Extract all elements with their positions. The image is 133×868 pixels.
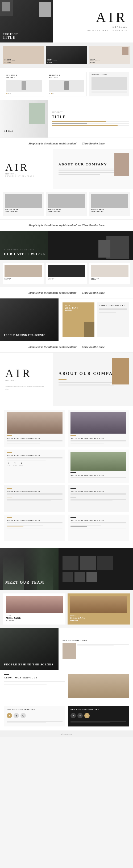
svc-icon-5: ◈ <box>77 713 83 718</box>
thumb-label-3: MEETMRS. JANEBOND <box>90 59 100 63</box>
project-right: PROJECT TITLE <box>48 100 133 137</box>
hero-project-title: TITLE <box>3 36 51 40</box>
hero-project-label: PROJECT <box>3 32 51 36</box>
person-card-1: WRITE HERESOMETHING <box>3 192 44 216</box>
svc-icon-4: ✦ <box>71 713 76 718</box>
person-name-1: WRITE HERESOMETHING <box>5 209 42 212</box>
meet-team-title: MEET OUR TEAM <box>5 581 45 585</box>
pbs-big-right: OUR AWESOME TEAM <box>58 628 133 670</box>
person-card-2: WRITE HERESOMETHING <box>46 192 87 216</box>
write-card-5: WRITE HERE SOMETHING ABOUT <box>4 485 65 512</box>
wc-title-3: WRITE HERE SOMETHING ABOUT <box>7 455 62 456</box>
device-title-1: IPHONE 6DEVICE <box>6 74 42 78</box>
latest-works-title: OUR LATEST WORKS <box>4 252 95 256</box>
meet-card-label: MEET <box>64 305 92 306</box>
air-mini-sub2: POWERPOINT TEMPLATE <box>5 175 48 177</box>
person-name-2: WRITE HERESOMETHING <box>48 209 85 212</box>
service-panel-2: OUR COMMON SERVICES ✦ ◈ ⬡ <box>68 706 129 726</box>
jane-mrs-name: MRS. JANEBOND <box>6 617 63 622</box>
write-here-section: WRITE HERE SOMETHING ABOUT WRITE HERE SO… <box>0 406 133 548</box>
write-row-2: WRITE HERE SOMETHING ABOUT 1STAT 2STAT 3… <box>4 450 129 483</box>
svc-icon-1: ✦ <box>7 713 12 718</box>
pbs-label: PEOPLE BEHIND THE SCENES <box>4 334 46 337</box>
device-card-3: PROJECT TITLE <box>89 72 129 96</box>
meet-team-left: MEET OUR TEAM <box>0 548 58 590</box>
big-about-right: ABOUT OUR COMPANY <box>53 352 133 406</box>
pbs-left: PEOPLE BEHIND THE SCENES <box>0 299 58 341</box>
hero-section: PROJECT TITLE AIR MINIMAL POWERPOINT TEM… <box>0 0 133 42</box>
services-right-panel <box>68 674 129 698</box>
wc-title-7: WRITE HERE SOMETHING ABOUT <box>7 520 62 521</box>
person-name-3: WRITE HERESOMETHING <box>91 209 128 212</box>
hero-left-panel: PROJECT TITLE <box>0 0 53 42</box>
wc-title-2: WRITE HERE SOMETHING ABOUT <box>71 438 126 439</box>
svc-icon-2: ◈ <box>14 713 19 718</box>
mini-slide-title-3: PROJECTTITLE <box>91 278 129 280</box>
brand-tagline: MINIMAL <box>112 26 128 28</box>
thumb-label-1: PEOPLEBEHIND THESCENES <box>4 59 16 63</box>
wc-title-6: WRITE HERE SOMETHING ABOUT <box>71 490 126 492</box>
write-card-7: WRITE HERE SOMETHING ABOUT <box>4 515 65 541</box>
quote-divider-2: Simplicity is the ultimate sophisticatio… <box>0 219 133 231</box>
device-title-2: IPHONE 6DEVICE <box>49 74 85 78</box>
svc-icon-6: ⬡ <box>84 713 90 718</box>
air-logo-big: AIR <box>5 161 48 173</box>
device-section: IPHONE 6DEVICE IPHONE 6DEVICE PROJECT TI… <box>0 68 133 100</box>
meet-team-section: MEET OUR TEAM <box>0 548 133 590</box>
mini-slide-3: PROJECTTITLE <box>89 263 130 284</box>
services-left-panel: ABOUT OUR SERVICES <box>4 674 65 698</box>
meet-card-1: MEET MRS. JANEBOND <box>62 303 95 337</box>
proj-label: PROJECT <box>52 111 129 114</box>
pbs-right-title: OUR AWESOME TEAM <box>62 639 129 641</box>
sp-title-1: OUR COMMON SERVICES <box>7 709 62 711</box>
wc-title-4: WRITE HERE SOMETHING ABOUT <box>71 475 126 476</box>
proj-big-title: TITLE <box>52 115 129 119</box>
air-mini-sub: MINIMAL <box>5 173 48 175</box>
device-card-1: IPHONE 6DEVICE <box>4 72 44 96</box>
quote-text-1: Simplicity is the ultimate sophisticatio… <box>5 142 128 145</box>
quote-text-2: Simplicity is the ultimate sophisticatio… <box>5 224 128 227</box>
write-row-1: WRITE HERE SOMETHING ABOUT WRITE HERE SO… <box>4 410 129 447</box>
wc-title-5: WRITE HERE SOMETHING ABOUT <box>7 490 62 492</box>
jane-card-1: MEET MRS. JANEBOND <box>3 593 65 624</box>
hero-right-panel: AIR MINIMAL POWERPOINT TEMPLATE <box>53 0 133 42</box>
air-panel: AIR MINIMAL POWERPOINT TEMPLATE <box>0 149 53 189</box>
mini-slide-2: PROJECTTITLE <box>46 263 87 284</box>
brand-subtitle: POWERPOINT TEMPLATE <box>87 29 128 32</box>
write-card-4: WRITE HERE SOMETHING ABOUT <box>68 450 129 483</box>
write-card-8: WRITE HERE SOMETHING ABOUT <box>68 515 129 541</box>
mini-slide-title-2: PROJECTTITLE <box>48 278 85 280</box>
write-card-2: WRITE HERE SOMETHING ABOUT <box>68 410 129 447</box>
big-air-sub: MINIMAL <box>5 380 48 381</box>
project-title: TITLE <box>4 129 14 132</box>
about-panel: ABOUT OUR COMPANY <box>53 149 133 189</box>
pbs-big-section: PEOPLE BEHIND THE SCENES OUR AWESOME TEA… <box>0 628 133 670</box>
pbs-big-title: PEOPLE BEHIND THE SCENES <box>4 662 53 666</box>
write-row-3: WRITE HERE SOMETHING ABOUT WRITE HERE SO… <box>4 485 129 512</box>
about-services-big-title: ABOUT OUR SERVICES <box>4 677 65 679</box>
meet-card-name: MRS. JANEBOND <box>64 307 92 312</box>
device-card-2: IPHONE 6DEVICE <box>47 72 87 96</box>
person-card-3: WRITE HERESOMETHING <box>89 192 130 216</box>
quote-text-3: Simplicity is the ultimate sophisticatio… <box>5 291 128 294</box>
big-air-logo: AIR <box>5 368 48 379</box>
jane-card-2: MEET MRS. JANEBOND <box>68 593 130 624</box>
about-services-card: ABOUT OUR SERVICES <box>97 303 129 337</box>
pbs-right: MEET MRS. JANEBOND ABOUT OUR SERVICES <box>58 299 133 341</box>
air-about-section: AIR MINIMAL POWERPOINT TEMPLATE ABOUT OU… <box>0 149 133 189</box>
write-row-4: WRITE HERE SOMETHING ABOUT WRITE HERE SO… <box>4 515 129 541</box>
about-services-title: ABOUT OUR SERVICES <box>99 305 127 307</box>
project-left: TITLE <box>0 100 48 137</box>
mini-slide-1: PROJECTTITLE <box>3 263 44 284</box>
write-card-3: WRITE HERE SOMETHING ABOUT 1STAT 2STAT 3… <box>4 450 65 483</box>
sp-title-2: OUR COMMON SERVICES <box>71 709 126 711</box>
wc-title-1: WRITE HERE SOMETHING ABOUT <box>7 438 62 439</box>
meet-team-right <box>58 548 133 590</box>
pbs-meet-section: PEOPLE BEHIND THE SCENES MEET MRS. JANEB… <box>0 299 133 341</box>
quote-divider-1: Simplicity is the ultimate sophisticatio… <box>0 137 133 149</box>
thumb-label-2: MEETMRS. JANEBOND <box>47 59 57 63</box>
works-left: A WEB DESIGN STUDIO OUR LATEST WORKS <box>4 235 95 256</box>
jane-mrs-name2: MRS. JANEBOND <box>70 617 127 622</box>
mini-slide-title-1: PROJECTTITLE <box>4 278 42 280</box>
write-card-6: WRITE HERE SOMETHING ABOUT <box>68 485 129 512</box>
